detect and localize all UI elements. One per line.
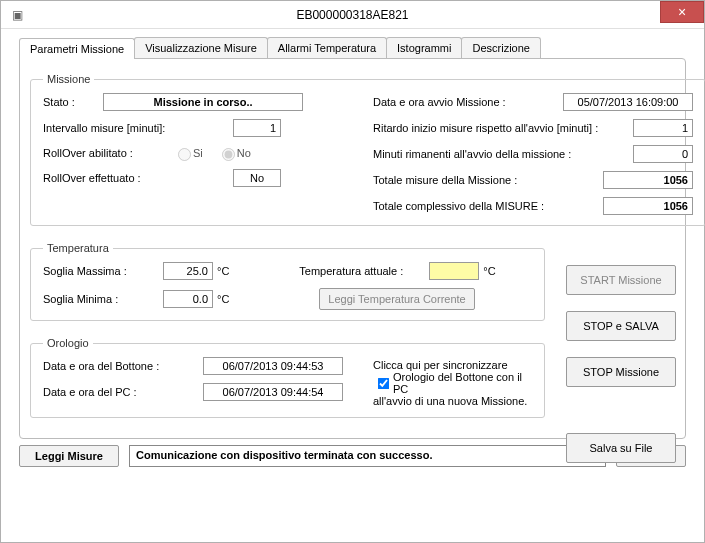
stop-missione-button[interactable]: STOP Missione [566,357,676,387]
missione-group: Missione Stato : Missione in corso.. Int… [30,73,705,226]
stato-label: Stato : [43,96,103,108]
avvio-label: Data e ora avvio Missione : [373,96,563,108]
tab-visualizzazione-misure[interactable]: Visualizzazione Misure [134,37,268,58]
orologio-legend: Orologio [43,337,93,349]
sync-text-line1: Clicca qui per sincronizzare [373,359,532,371]
ritardo-value: 1 [633,119,693,137]
totale-missione-label: Totale misure della Missione : [373,174,603,186]
rollover-si-radio[interactable]: Si [173,145,203,161]
ritardo-label: Ritardo inizio misure rispetto all'avvio… [373,122,633,134]
tab-descrizione[interactable]: Descrizione [461,37,540,58]
temp-attuale-value [429,262,479,280]
sync-checkbox[interactable] [378,377,390,389]
titlebar: ▣ EB000000318AE821 × [1,1,704,29]
window-title: EB000000318AE821 [1,8,704,22]
soglia-massima-value: 25.0 [163,262,213,280]
rimanenti-value: 0 [633,145,693,163]
sync-text-line3: all'avvio di una nuova Missione. [373,395,532,407]
unit-c-1: °C [217,265,229,277]
temperatura-legend: Temperatura [43,242,113,254]
totale-complessivo-value: 1056 [603,197,693,215]
bottone-dt-label: Data e ora del Bottone : [43,360,203,372]
soglia-minima-label: Soglia Minima : [43,293,163,305]
side-buttons: START Missione STOP e SALVA STOP Mission… [566,265,676,463]
unit-c-2: °C [483,265,495,277]
tab-parametri-missione[interactable]: Parametri Missione [19,38,135,59]
pc-dt-label: Data e ora del PC : [43,386,203,398]
bottone-dt-value: 06/07/2013 09:44:53 [203,357,343,375]
close-button[interactable]: × [660,1,704,23]
orologio-group: Orologio Data e ora del Bottone : 06/07/… [30,337,545,418]
leggi-misure-button[interactable]: Leggi Misure [19,445,119,467]
content: Parametri Missione Visualizzazione Misur… [1,29,704,475]
temperatura-group: Temperatura Soglia Massima : 25.0 °C Tem… [30,242,545,321]
soglia-minima-value: 0.0 [163,290,213,308]
pc-dt-value: 06/07/2013 09:44:54 [203,383,343,401]
unit-c-3: °C [217,293,229,305]
stop-salva-button[interactable]: STOP e SALVA [566,311,676,341]
soglia-massima-label: Soglia Massima : [43,265,163,277]
leggi-temperatura-button[interactable]: Leggi Temperatura Corrente [319,288,474,310]
totale-missione-value: 1056 [603,171,693,189]
rollover-effettuato-label: RollOver effettuato : [43,172,233,184]
temp-attuale-label: Temperatura attuale : [299,265,429,277]
tabs: Parametri Missione Visualizzazione Misur… [19,37,686,58]
tab-istogrammi[interactable]: Istogrammi [386,37,462,58]
salva-file-button[interactable]: Salva su File [566,433,676,463]
sync-text-line2: Orologio del Bottone con il PC [393,371,532,395]
intervallo-label: Intervallo misure [minuti]: [43,122,233,134]
missione-legend: Missione [43,73,94,85]
rollover-no-radio[interactable]: No [217,145,251,161]
status-bar: Comunicazione con dispositivo terminata … [129,445,606,467]
rimanenti-label: Minuti rimanenti all'avvio della mission… [373,148,633,160]
avvio-value: 05/07/2013 16:09:00 [563,93,693,111]
tab-panel: Missione Stato : Missione in corso.. Int… [19,58,686,439]
rollover-abilitato-label: RollOver abilitato : [43,147,173,159]
intervallo-value: 1 [233,119,281,137]
window: ▣ EB000000318AE821 × Parametri Missione … [0,0,705,543]
start-missione-button[interactable]: START Missione [566,265,676,295]
totale-complessivo-label: Totale complessivo della MISURE : [373,200,603,212]
stato-value: Missione in corso.. [103,93,303,111]
rollover-effettuato-value: No [233,169,281,187]
app-icon: ▣ [7,5,27,25]
tab-allarmi-temperatura[interactable]: Allarmi Temperatura [267,37,387,58]
